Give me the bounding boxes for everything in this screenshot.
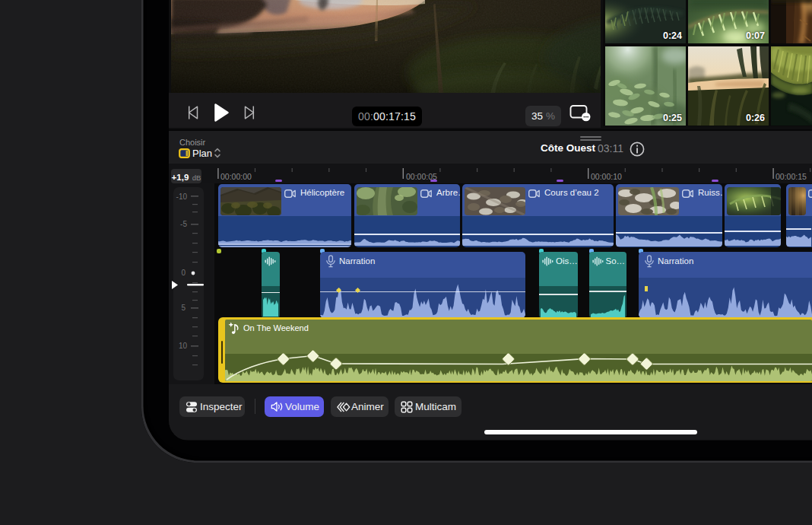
svg-text:10: 10 <box>179 342 188 350</box>
svg-text:5: 5 <box>181 304 186 312</box>
svg-text:-10: -10 <box>176 192 188 201</box>
svg-text:0: 0 <box>181 269 186 277</box>
svg-text:-5: -5 <box>180 220 187 228</box>
